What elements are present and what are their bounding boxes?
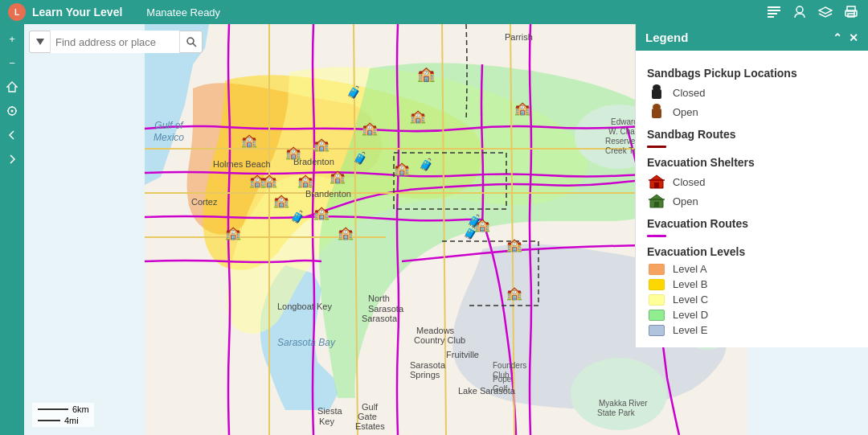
- svg-text:Springs: Springs: [410, 370, 440, 380]
- svg-text:🏫: 🏫: [362, 121, 378, 136]
- svg-text:Founders: Founders: [493, 361, 526, 370]
- level-e-icon: [647, 325, 666, 336]
- svg-text:🧳: 🧳: [353, 151, 368, 166]
- topbar-icons: [762, 0, 868, 24]
- print-icon[interactable]: [839, 0, 863, 24]
- svg-text:Sarasota Bay: Sarasota Bay: [277, 337, 336, 348]
- scale-bar: 6km 4mi: [32, 403, 94, 427]
- svg-text:🧳: 🧳: [290, 210, 305, 224]
- svg-rect-4: [768, 13, 777, 14]
- level-b-icon: [647, 279, 666, 290]
- svg-text:🏫: 🏫: [313, 137, 330, 152]
- svg-text:Sarasota: Sarasota: [410, 360, 446, 370]
- search-dropdown-button[interactable]: [30, 31, 51, 53]
- svg-point-14: [11, 110, 14, 113]
- svg-text:🏫: 🏫: [514, 101, 530, 116]
- legend-level-a: Level A: [647, 263, 857, 275]
- shelter-closed-label: Closed: [673, 176, 705, 188]
- legend-level-d: Level D: [647, 309, 857, 321]
- svg-text:Lake Sarasota: Lake Sarasota: [458, 386, 516, 396]
- svg-text:Fruitville: Fruitville: [446, 350, 479, 359]
- level-a-label: Level A: [673, 263, 707, 275]
- legend-shelter-open: Open: [647, 193, 857, 209]
- legend-panel: Legend ⌃ ✕ Sandbags Pickup Locations Clo…: [635, 24, 868, 347]
- svg-text:Sarasota: Sarasota: [368, 304, 404, 314]
- left-toolbar: + −: [0, 24, 24, 435]
- svg-rect-2: [768, 6, 780, 8]
- svg-text:Sarasota: Sarasota: [362, 314, 398, 323]
- person-icon[interactable]: [788, 0, 812, 24]
- evacuation-routes-section-title: Evacuation Routes: [647, 217, 857, 230]
- svg-text:Holmes Beach: Holmes Beach: [213, 159, 271, 169]
- svg-text:North: North: [368, 293, 390, 303]
- legend-header: Legend ⌃ ✕: [636, 24, 868, 51]
- svg-text:🏫: 🏫: [313, 205, 330, 220]
- svg-text:Brandenton: Brandenton: [305, 189, 351, 199]
- svg-text:🏫: 🏫: [330, 169, 346, 184]
- svg-text:🏫: 🏫: [241, 133, 257, 148]
- svg-text:Gulf: Gulf: [362, 402, 379, 412]
- layers-icon[interactable]: [813, 0, 837, 24]
- level-a-icon: [647, 264, 666, 275]
- svg-text:Parrish: Parrish: [505, 32, 533, 42]
- legend-close-button[interactable]: ✕: [849, 31, 858, 44]
- svg-text:Gate: Gate: [358, 412, 377, 421]
- svg-marker-7: [819, 7, 832, 14]
- evacuation-levels-section-title: Evacuation Levels: [647, 245, 857, 258]
- svg-text:🏫: 🏫: [225, 225, 241, 240]
- search-submit-button[interactable]: [179, 31, 202, 53]
- svg-text:Siesta: Siesta: [317, 406, 342, 416]
- scale-mi: 4mi: [64, 416, 79, 425]
- forward-button[interactable]: [1, 148, 23, 170]
- level-c-icon: [647, 294, 666, 306]
- svg-text:Key: Key: [319, 417, 334, 426]
- svg-text:🏫: 🏫: [394, 161, 410, 176]
- svg-text:🏫: 🏫: [273, 193, 289, 208]
- svg-text:🏫: 🏫: [506, 285, 522, 301]
- legend-body: Sandbags Pickup Locations Closed Open Sa…: [636, 51, 868, 347]
- svg-text:Country Club: Country Club: [414, 335, 465, 345]
- svg-rect-3: [768, 10, 780, 11]
- evacuation-route-line-icon: [647, 235, 666, 237]
- subtitle: Manatee Ready: [146, 6, 220, 18]
- search-bar: [29, 31, 203, 53]
- svg-text:🏫: 🏫: [417, 65, 436, 83]
- svg-text:State Park: State Park: [597, 408, 636, 417]
- svg-text:Meadows: Meadows: [416, 326, 455, 335]
- legend-shelter-closed: Closed: [647, 174, 857, 190]
- level-b-label: Level B: [673, 278, 707, 290]
- svg-rect-10: [848, 14, 854, 17]
- legend-header-icons: ⌃ ✕: [833, 31, 858, 44]
- svg-rect-96: [652, 109, 661, 118]
- legend-level-c: Level C: [647, 293, 857, 306]
- svg-text:Edward: Edward: [611, 117, 638, 126]
- legend-level-e: Level E: [647, 324, 857, 336]
- sandbag-routes-section-title: Sandbag Routes: [647, 128, 857, 141]
- sandbag-closed-icon: [647, 84, 666, 101]
- topbar: L Learn Your Level Manatee Ready: [0, 0, 868, 24]
- svg-text:🏫: 🏫: [297, 173, 313, 188]
- svg-text:Cortez: Cortez: [191, 197, 218, 207]
- svg-point-6: [796, 6, 803, 13]
- back-button[interactable]: [1, 124, 23, 146]
- svg-text:Estates: Estates: [355, 421, 385, 431]
- zoom-out-button[interactable]: −: [1, 51, 23, 74]
- legend-sandbag-route: [647, 146, 857, 148]
- legend-evacuation-route: [647, 235, 857, 237]
- sandbag-open-icon: [647, 104, 666, 120]
- svg-marker-12: [7, 82, 17, 92]
- home-button[interactable]: [1, 76, 23, 98]
- zoom-in-button[interactable]: +: [1, 27, 23, 50]
- svg-line-21: [193, 43, 196, 47]
- svg-text:Gulf of: Gulf of: [154, 120, 184, 131]
- search-input[interactable]: [51, 31, 179, 53]
- svg-text:Longboat Key: Longboat Key: [277, 302, 332, 311]
- sandbags-section-title: Sandbags Pickup Locations: [647, 67, 857, 80]
- svg-text:🏫: 🏫: [249, 173, 265, 188]
- sandbag-route-line-icon: [647, 146, 666, 148]
- menu-icon[interactable]: [762, 0, 786, 24]
- legend-level-b: Level B: [647, 278, 857, 290]
- svg-text:L: L: [14, 8, 19, 17]
- locate-button[interactable]: [1, 100, 23, 122]
- legend-collapse-button[interactable]: ⌃: [833, 31, 842, 44]
